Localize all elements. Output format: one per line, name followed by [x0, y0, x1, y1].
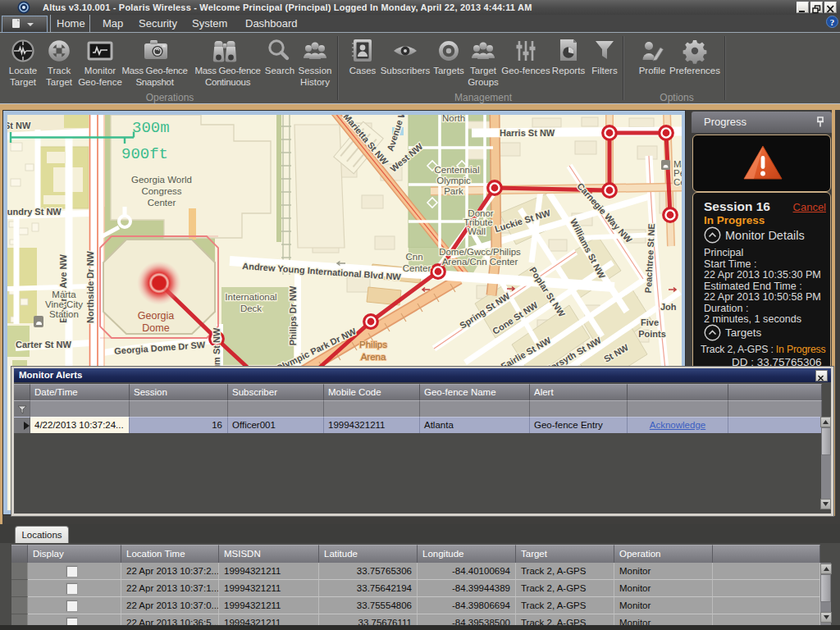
svg-text:Vine City: Vine City	[45, 299, 83, 309]
svg-text:Ce: Ce	[673, 177, 682, 187]
svg-text:Olympic: Olympic	[436, 176, 471, 185]
svg-text:Georgia World: Georgia World	[131, 175, 192, 185]
svg-text:Centennial: Centennial	[435, 165, 480, 175]
svg-text:International: International	[225, 292, 276, 302]
svg-text:Deck: Deck	[240, 304, 262, 313]
svg-text:Five: Five	[641, 317, 659, 327]
svg-text:Philips: Philips	[359, 340, 387, 349]
svg-text:900ft: 900ft	[121, 145, 168, 163]
svg-text:Philips Dr NW: Philips Dr NW	[288, 285, 298, 345]
svg-text:Arena: Arena	[361, 352, 386, 362]
svg-text:Carter St NW: Carter St NW	[16, 340, 71, 349]
svg-text:Congress: Congress	[141, 186, 181, 196]
svg-text:Joh: Joh	[660, 302, 677, 312]
svg-text:300m: 300m	[132, 119, 170, 137]
svg-text:Wall: Wall	[468, 226, 486, 236]
svg-text:Center: Center	[403, 263, 431, 273]
svg-text:St NW: St NW	[7, 121, 31, 130]
svg-text:Marta: Marta	[52, 290, 76, 299]
svg-text:Station: Station	[49, 309, 79, 319]
svg-text:North: North	[442, 115, 465, 123]
svg-text:Arena/Cnn Center: Arena/Cnn Center	[442, 257, 518, 267]
svg-text:Cnn: Cnn	[405, 252, 422, 262]
svg-text:Park: Park	[444, 186, 463, 196]
svg-text:Northside Dr NW: Northside Dr NW	[85, 250, 95, 323]
svg-text:Dome/Gwcc/Philips: Dome/Gwcc/Philips	[439, 247, 521, 257]
svg-text:Points: Points	[638, 329, 666, 339]
svg-text:Dome: Dome	[142, 322, 169, 334]
svg-text:oundry St NW: oundry St NW	[7, 207, 62, 217]
svg-text:?: ?	[830, 17, 835, 27]
svg-text:Center: Center	[148, 198, 176, 208]
svg-text:Georgia: Georgia	[138, 310, 175, 322]
svg-text:Harris St NW: Harris St NW	[500, 128, 555, 138]
